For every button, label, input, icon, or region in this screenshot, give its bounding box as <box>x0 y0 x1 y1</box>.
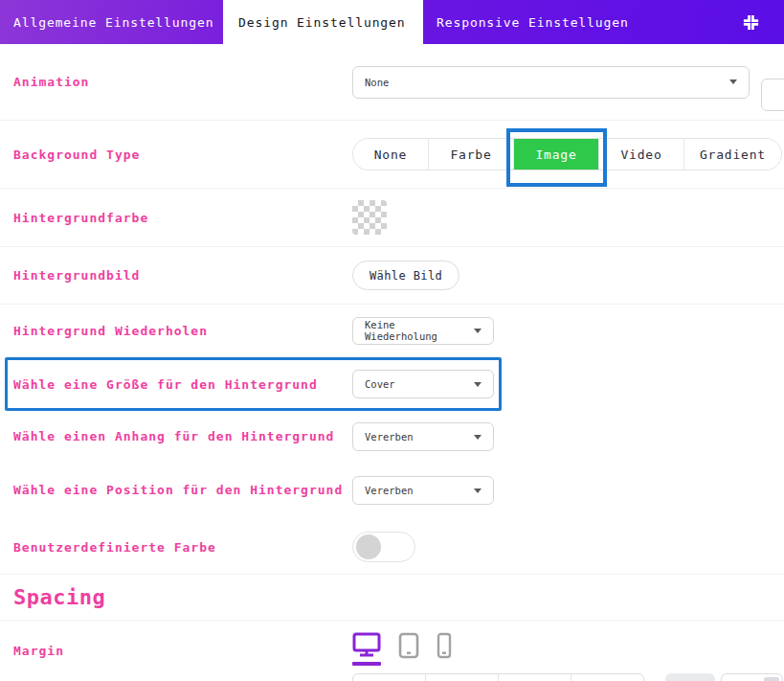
chevron-down-icon <box>474 435 482 440</box>
background-type-label: Background Type <box>13 148 352 162</box>
wiederholen-label: Hintergrund Wiederholen <box>13 324 352 338</box>
spacing-section-title: Spacing <box>13 585 105 609</box>
position-select-value: Vererben <box>365 485 414 496</box>
settings-tabs: Allgemeine Einstellungen Design Einstell… <box>0 0 784 44</box>
mobile-icon[interactable] <box>437 632 452 659</box>
toggle-knob <box>356 534 381 559</box>
wiederholen-select-value: Keine Wiederholung <box>365 319 466 342</box>
bg-type-none-button[interactable]: None <box>353 139 429 170</box>
margin-bottom-input[interactable] <box>499 674 571 681</box>
row-hintergrund-wiederholen: Hintergrund Wiederholen Keine Wiederholu… <box>0 305 784 356</box>
tab-allgemeine-einstellungen[interactable]: Allgemeine Einstellungen <box>0 0 223 44</box>
position-label: Wähle eine Position für den Hintergrund <box>13 473 352 507</box>
compress-arrows-icon[interactable] <box>742 13 760 32</box>
margin-top-input[interactable] <box>353 674 426 681</box>
anhang-select-value: Vererben <box>365 431 414 443</box>
row-background-type: Background Type None Farbe Image Video G… <box>0 121 784 189</box>
chevron-down-icon <box>474 329 482 333</box>
row-groesse-highlighted: Wähle eine Größe für den Hintergrund Cov… <box>0 356 784 412</box>
highlight-outline-row: Wähle eine Größe für den Hintergrund Cov… <box>5 357 502 411</box>
chevron-down-icon <box>474 382 482 387</box>
bg-type-farbe-button[interactable]: Farbe <box>429 139 514 170</box>
anhang-label: Wähle einen Anhang für den Hintergrund <box>13 420 352 453</box>
waehle-bild-button[interactable]: Wähle Bild <box>352 261 459 290</box>
row-hintergrundfarbe: Hintergrundfarbe <box>0 189 784 247</box>
tab-label: Allgemeine Einstellungen <box>13 15 213 30</box>
row-animation: Animation None <box>0 44 784 121</box>
row-hintergrundbild: Hintergrundbild Wähle Bild <box>0 247 784 305</box>
margin-values-input-group[interactable] <box>352 673 644 681</box>
animation-secondary-select[interactable] <box>761 79 784 111</box>
bg-type-gradient-button[interactable]: Gradient <box>684 139 781 170</box>
hintergrundbild-label: Hintergrundbild <box>13 268 352 283</box>
groesse-label: Wähle eine Größe für den Hintergrund <box>13 377 352 392</box>
groesse-select[interactable]: Cover <box>352 370 494 398</box>
margin-left-input[interactable] <box>571 674 643 681</box>
tab-responsive-einstellungen[interactable]: Responsive Einstellugen <box>423 0 784 44</box>
position-select[interactable]: Vererben <box>352 476 494 505</box>
wiederholen-select[interactable]: Keine Wiederholung <box>352 317 494 345</box>
margin-unit-input[interactable] <box>721 673 783 681</box>
background-type-button-group: None Farbe Image Video Gradient <box>352 138 782 170</box>
margin-right-input[interactable] <box>426 674 499 681</box>
row-benutzerdefinierte-farbe: Benutzerdefinierte Farbe <box>0 520 784 575</box>
margin-label: Margin <box>13 644 352 658</box>
desktop-icon-active[interactable] <box>352 632 381 666</box>
bg-type-image-button-selected[interactable]: Image <box>514 139 599 170</box>
benutzerdefinierte-farbe-label: Benutzerdefinierte Farbe <box>13 540 352 555</box>
margin-link-button[interactable] <box>665 673 715 681</box>
animation-select-value: None <box>365 77 389 88</box>
unit-stepper[interactable] <box>764 677 779 681</box>
chevron-down-icon <box>729 79 737 84</box>
groesse-select-value: Cover <box>365 378 395 390</box>
color-swatch-transparent[interactable] <box>352 200 387 235</box>
tab-label: Responsive Einstellugen <box>437 15 629 30</box>
row-margin: Margin <box>0 621 784 681</box>
tab-label: Design Einstellungen <box>238 15 406 30</box>
hintergrundfarbe-label: Hintergrundfarbe <box>13 211 352 225</box>
design-settings-panel: Allgemeine Einstellungen Design Einstell… <box>0 0 784 681</box>
tablet-icon[interactable] <box>398 632 419 659</box>
animation-label: Animation <box>13 75 352 89</box>
bg-type-image-wrap: Image <box>514 139 599 170</box>
active-device-underline <box>352 662 381 666</box>
row-spacing-heading: Spacing <box>0 575 784 621</box>
bg-type-video-button[interactable]: Video <box>599 139 684 170</box>
row-anhang: Wähle einen Anhang für den Hintergrund V… <box>0 412 784 465</box>
anhang-select[interactable]: Vererben <box>352 422 494 451</box>
tab-design-einstellungen[interactable]: Design Einstellungen <box>223 0 423 44</box>
custom-color-toggle-off[interactable] <box>352 532 415 562</box>
animation-select[interactable]: None <box>352 66 750 99</box>
chevron-down-icon <box>474 488 482 493</box>
device-switcher <box>352 632 452 666</box>
row-position: Wähle eine Position für den Hintergrund … <box>0 465 784 520</box>
